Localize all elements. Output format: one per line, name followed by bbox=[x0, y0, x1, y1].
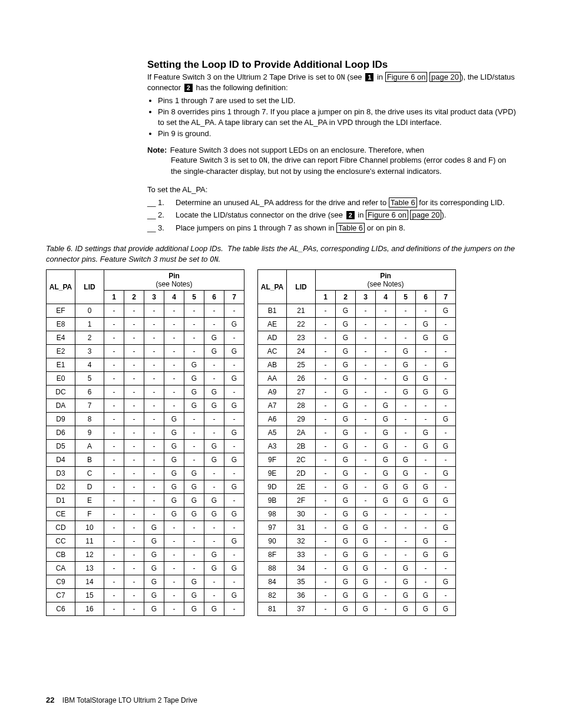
col-pin: Pin(see Notes) bbox=[104, 270, 244, 291]
table-row: E05----G-G bbox=[47, 372, 244, 386]
table-row: CA13--G--GG bbox=[47, 562, 244, 575]
table-row: D2D---GG-G bbox=[47, 480, 244, 494]
page-footer: 22 IBM TotalStorage LTO Ultrium 2 Tape D… bbox=[46, 696, 197, 704]
table-row: E23-----GG bbox=[47, 345, 244, 358]
table-row: AA26-G--GG- bbox=[258, 372, 456, 386]
step-item: __ 2. Locate the LID/status connector on… bbox=[147, 210, 516, 220]
link-table-6[interactable]: Table 6 bbox=[336, 223, 365, 233]
page-number: 22 bbox=[46, 696, 54, 704]
table-row: A629-G-G--G bbox=[258, 413, 456, 426]
table-row: 9B2F-G-GGGG bbox=[258, 494, 456, 508]
col-pin-7: 7 bbox=[224, 291, 244, 304]
table-row: AE22-G---G- bbox=[258, 318, 456, 331]
table-row: DC6----GG- bbox=[47, 386, 244, 399]
table-row: E81------G bbox=[47, 318, 244, 331]
col-pin-1: 1 bbox=[104, 291, 124, 304]
definition-list: Pins 1 through 7 are used to set the LID… bbox=[147, 95, 516, 139]
table-row: EF0------- bbox=[47, 304, 244, 318]
col-pin-2: 2 bbox=[336, 291, 356, 304]
callout-2-icon: 2 bbox=[346, 211, 355, 219]
table-row: CB12--G--G- bbox=[47, 548, 244, 562]
col-pin-3: 3 bbox=[144, 291, 164, 304]
table-row: 9830-GG---- bbox=[258, 508, 456, 521]
step-item: __ 1. Determine an unused AL_PA address … bbox=[147, 197, 516, 208]
callout-1-icon: 1 bbox=[365, 73, 373, 81]
table-row: D3C---GG-- bbox=[47, 467, 244, 480]
col-lid: LID bbox=[287, 270, 316, 304]
table-row: D98---G--- bbox=[47, 413, 244, 426]
table-row: E42-----G- bbox=[47, 331, 244, 345]
table-row: 8834-GG-G-- bbox=[258, 562, 456, 575]
table-row: 9E2D-G-GG-G bbox=[258, 467, 456, 480]
col-alpa: AL_PA bbox=[47, 270, 75, 304]
col-pin-4: 4 bbox=[376, 291, 396, 304]
table-row: D4B---G-GG bbox=[47, 453, 244, 467]
table-row: CD10--G---- bbox=[47, 521, 244, 535]
loop-id-table-right: AL_PALIDPin(see Notes)1234567B121-G----G… bbox=[257, 269, 456, 616]
table-row: 8F33-GG--GG bbox=[258, 548, 456, 562]
table-row: 9D2E-G-GGG- bbox=[258, 480, 456, 494]
note-label: Note: bbox=[147, 146, 167, 154]
table-row: AC24-G--G-- bbox=[258, 345, 456, 358]
bullet-item: Pin 8 overrides pins 1 through 7. If you… bbox=[158, 107, 516, 127]
link-figure-6[interactable]: Figure 6 on bbox=[366, 210, 408, 220]
table-row: A927-G--GGG bbox=[258, 386, 456, 399]
col-pin-5: 5 bbox=[184, 291, 204, 304]
link-figure-6[interactable]: Figure 6 on bbox=[385, 72, 428, 82]
section-heading: Setting the Loop ID to Provide Additiona… bbox=[147, 59, 516, 71]
table-row: A728-G-G--- bbox=[258, 399, 456, 413]
table-row: AD23-G---GG bbox=[258, 331, 456, 345]
bullet-item: Pins 1 through 7 are used to set the LID… bbox=[158, 95, 516, 106]
table-caption: Table 6. ID settings that provide additi… bbox=[46, 243, 516, 265]
table-row: CC11--G---G bbox=[47, 535, 244, 548]
link-page-20[interactable]: page 20 bbox=[410, 210, 441, 220]
to-set-label: To set the AL_PA: bbox=[147, 185, 516, 195]
col-pin-3: 3 bbox=[356, 291, 376, 304]
steps-list: __ 1. Determine an unused AL_PA address … bbox=[147, 197, 516, 233]
col-pin-4: 4 bbox=[164, 291, 184, 304]
link-page-20[interactable]: page 20 bbox=[429, 72, 461, 82]
col-pin-6: 6 bbox=[416, 291, 436, 304]
table-row: B121-G----G bbox=[258, 304, 456, 318]
table-row: 9032-GG--G- bbox=[258, 535, 456, 548]
loop-id-table-left: AL_PALIDPin(see Notes)1234567EF0-------E… bbox=[46, 269, 244, 616]
link-table-6[interactable]: Table 6 bbox=[389, 197, 417, 207]
col-pin-7: 7 bbox=[436, 291, 456, 304]
table-row: 9F2C-G-GG-- bbox=[258, 453, 456, 467]
table-row: 9731-GG---G bbox=[258, 521, 456, 535]
table-row: C715--G-G-G bbox=[47, 589, 244, 602]
table-row: AB25-G--G-G bbox=[258, 358, 456, 372]
table-row: CEF---GGGG bbox=[47, 508, 244, 521]
col-pin-1: 1 bbox=[316, 291, 336, 304]
note-block: Note: Feature Switch 3 does not support … bbox=[147, 145, 516, 176]
note-body: Feature Switch 3 does not support LEDs o… bbox=[170, 146, 424, 154]
col-pin-5: 5 bbox=[396, 291, 416, 304]
table-row: A52A-G-G-G- bbox=[258, 426, 456, 440]
table-row: C616--G-GG- bbox=[47, 602, 244, 616]
table-row: A32B-G-G-GG bbox=[258, 440, 456, 453]
table-row: 8435-GG-G-G bbox=[258, 575, 456, 589]
table-row: D5A---G-G- bbox=[47, 440, 244, 453]
footer-title: IBM TotalStorage LTO Ultrium 2 Tape Driv… bbox=[62, 696, 197, 704]
col-pin-6: 6 bbox=[204, 291, 224, 304]
table-row: 8236-GG-GG- bbox=[258, 589, 456, 602]
col-alpa: AL_PA bbox=[258, 270, 287, 304]
table-row: DA7----GGG bbox=[47, 399, 244, 413]
col-pin-2: 2 bbox=[124, 291, 144, 304]
table-row: D1E---GGG- bbox=[47, 494, 244, 508]
col-pin: Pin(see Notes) bbox=[316, 270, 456, 291]
table-row: 8137-GG-GGG bbox=[258, 602, 456, 616]
intro-paragraph: If Feature Switch 3 on the Ultrium 2 Tap… bbox=[147, 72, 516, 93]
step-item: __ 3. Place jumpers on pins 1 through 7 … bbox=[147, 223, 516, 233]
bullet-item: Pin 9 is ground. bbox=[158, 129, 516, 139]
table-row: D69---G--G bbox=[47, 426, 244, 440]
table-row: E14----G-- bbox=[47, 358, 244, 372]
callout-2-icon: 2 bbox=[184, 84, 193, 92]
col-lid: LID bbox=[75, 270, 104, 304]
table-row: C914--G-G-- bbox=[47, 575, 244, 589]
